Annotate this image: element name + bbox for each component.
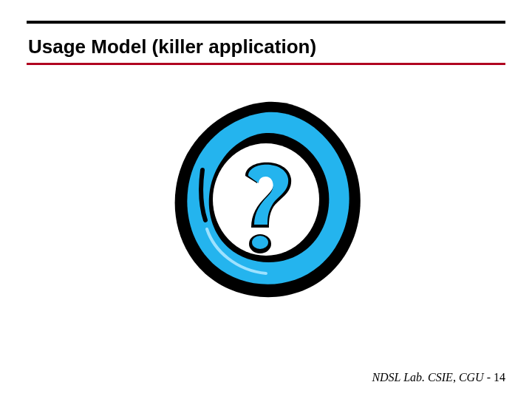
slide-footer: NDSL Lab. CSIE, CGU - 14 — [372, 371, 505, 384]
slide: Usage Model (killer application) N — [0, 0, 532, 399]
title-underline — [27, 63, 505, 65]
title-area: Usage Model (killer application) — [27, 35, 505, 65]
page-number: 14 — [494, 371, 505, 383]
footer-separator: - — [487, 371, 494, 383]
question-mark-circle-icon — [163, 96, 369, 303]
footer-text: NDSL Lab. CSIE, CGU — [372, 371, 486, 383]
svg-point-2 — [252, 236, 268, 249]
slide-title: Usage Model (killer application) — [27, 35, 505, 63]
top-divider — [27, 21, 505, 24]
